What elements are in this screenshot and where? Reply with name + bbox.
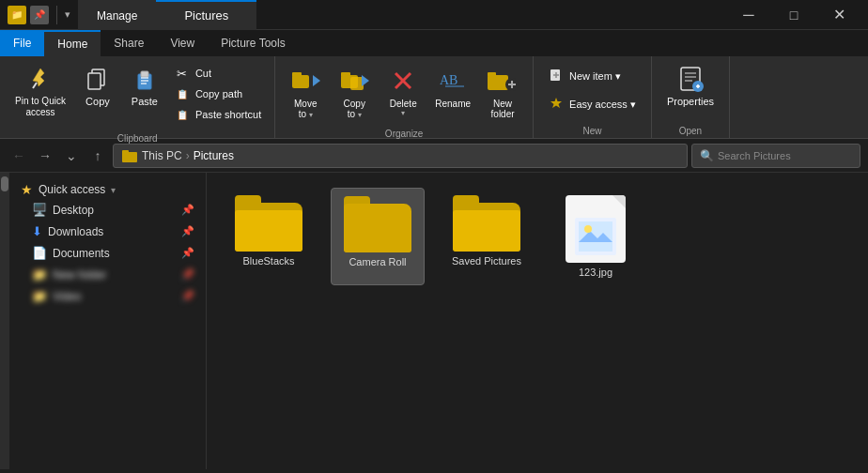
delete-label: Delete [390,99,417,109]
up-button[interactable]: ↑ [86,145,109,167]
svg-rect-12 [341,72,350,77]
svg-marker-10 [313,75,320,86]
forward-button[interactable]: → [34,145,56,167]
file-item-123jpg[interactable]: 123.jpg [549,188,643,285]
title-bar-tabs: Manage Pictures [78,0,256,30]
minimize-button[interactable]: ─ [727,0,770,30]
svg-text:B: B [449,73,457,87]
file-saved-pictures-label: Saved Pictures [452,255,521,267]
pin-downloads-icon: 📌 [181,225,194,237]
main-content: ★ Quick access ▾ 🖥️ Desktop 📌 ⬇ Download… [0,173,868,469]
tab-manage[interactable]: Manage [78,0,156,30]
clipboard-small-buttons: ✂ Cut 📋 Copy path 📋 Paste shortcut [169,60,267,128]
documents-icon: 📄 [32,246,47,260]
star-icon: ★ [21,182,33,197]
sidebar-scroll[interactable] [0,173,9,469]
title-bar-left: 📁 📌 ▾ [0,6,78,24]
ribbon-tab-picture-tools[interactable]: Picture Tools [208,30,298,56]
close-button[interactable]: ✕ [817,0,860,30]
pin-to-quick-access-button[interactable]: Pin to Quickaccess [8,60,73,122]
svg-line-0 [33,83,37,88]
new-item-icon [549,68,564,84]
title-bar: 📁 📌 ▾ Manage Pictures ─ □ ✕ [0,0,868,30]
quick-access-label: Quick access [39,183,105,196]
paste-shortcut-icon: 📋 [175,107,190,122]
tab-pictures[interactable]: Pictures [156,0,256,30]
pin-icon [25,64,55,94]
new-group-label: New [534,124,651,138]
ribbon-content: Pin to Quickaccess Copy [0,56,868,139]
rename-label: Rename [435,99,471,109]
ribbon-tab-share[interactable]: Share [101,30,157,56]
folder-bluestacks-icon [235,195,302,252]
folder-camera-roll-icon [344,196,411,252]
rename-button[interactable]: A B Rename [429,60,476,113]
pin-to-quick-access-label: Pin to Quickaccess [15,96,66,118]
clipboard-group: Pin to Quickaccess Copy [0,56,275,138]
open-group: Properties Open [652,56,730,138]
copy-icon [83,64,113,94]
recent-locations-button[interactable]: ⌄ [60,145,83,167]
organize-group-label: Organize [275,127,533,141]
move-to-label: Moveto ▾ [294,99,317,119]
copy-button-large[interactable]: Copy [75,60,120,111]
file-view: BlueStacks Camera Roll Saved Pictures [207,173,868,469]
sidebar-item-blurred-1[interactable]: 📁 New folder 📌 [9,264,206,285]
file-item-camera-roll[interactable]: Camera Roll [331,188,425,285]
folder-saved-pictures-icon [453,195,520,252]
maximize-button[interactable]: □ [772,0,815,30]
copy-path-icon: 📋 [175,86,190,101]
sidebar-container: ★ Quick access ▾ 🖥️ Desktop 📌 ⬇ Download… [0,173,207,469]
sidebar-item-documents[interactable]: 📄 Documents 📌 [9,242,206,264]
ribbon-tab-view[interactable]: View [157,30,208,56]
back-button[interactable]: ← [8,145,30,167]
cut-button[interactable]: ✂ Cut [169,64,267,83]
downloads-icon: ⬇ [32,224,42,238]
sidebar-item-desktop[interactable]: 🖥️ Desktop 📌 [9,199,206,221]
new-folder-label: Newfolder [491,99,515,119]
search-icon: 🔍 [700,149,714,162]
easy-access-icon [549,96,564,113]
svg-rect-13 [350,77,364,90]
copy-path-button[interactable]: 📋 Copy path [169,84,267,103]
new-item-label: New item ▾ [569,70,621,83]
svg-rect-8 [292,75,309,88]
paste-shortcut-button[interactable]: 📋 Paste shortcut [169,105,267,124]
new-item-button[interactable]: New item ▾ [541,64,643,88]
file-item-saved-pictures[interactable]: Saved Pictures [440,188,534,285]
sidebar-item-downloads[interactable]: ⬇ Downloads 📌 [9,221,206,242]
easy-access-button[interactable]: Easy access ▾ [541,92,643,116]
cut-icon: ✂ [175,66,190,81]
paste-icon [130,64,160,94]
pin-documents-icon: 📌 [181,247,194,259]
quick-access-header[interactable]: ★ Quick access ▾ [9,176,206,199]
file-item-bluestacks[interactable]: BlueStacks [222,188,316,285]
new-folder-button[interactable]: Newfolder [480,60,525,123]
scroll-thumb[interactable] [1,176,8,191]
properties-label: Properties [667,96,714,107]
svg-rect-36 [122,150,129,154]
svg-rect-9 [292,72,302,77]
address-path[interactable]: This PC › Pictures [113,144,688,168]
delete-icon [386,64,420,98]
sidebar-item-blurred-2[interactable]: 📁 Video 📌 [9,285,206,307]
search-box[interactable]: 🔍 Search Pictures [691,144,860,168]
ribbon-tab-home[interactable]: Home [44,30,101,56]
ribbon-tabs: File Home Share View Picture Tools [0,30,868,56]
properties-button[interactable]: Properties [659,60,721,111]
paste-label: Paste [132,96,158,107]
paste-button[interactable]: Paste [122,60,167,111]
move-to-button[interactable]: Moveto ▾ [283,60,328,123]
file-camera-roll-label: Camera Roll [349,256,406,267]
path-this-pc: This PC [142,149,182,162]
copy-to-button[interactable]: Copyto ▾ [332,60,377,123]
pin-blurred-1-icon: 📌 [181,268,194,281]
blurred-2-icon: 📁 [32,289,47,303]
svg-point-39 [584,225,592,233]
ribbon-tab-file[interactable]: File [0,30,44,56]
properties-icon [675,64,705,94]
delete-button[interactable]: Delete ▾ [380,60,426,121]
search-placeholder: Search Pictures [718,150,791,161]
jpg-file-icon [566,195,626,263]
blurred-1-icon: 📁 [32,267,47,282]
